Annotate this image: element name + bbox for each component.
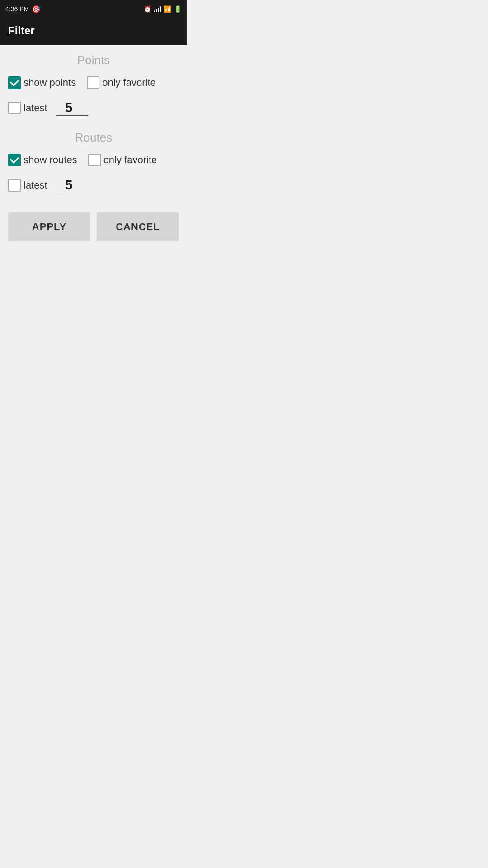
points-latest-label: latest xyxy=(23,102,47,114)
routes-section: Routes show routes only favorite latest xyxy=(0,123,187,200)
wifi-icon: 📶 xyxy=(164,5,171,13)
routes-latest-checkbox[interactable] xyxy=(8,179,21,192)
routes-section-heading: Routes xyxy=(0,123,187,149)
routes-latest-input[interactable] xyxy=(56,177,88,193)
points-latest-item[interactable]: latest xyxy=(8,102,47,114)
main-content: Points show points only favorite latest … xyxy=(0,45,187,250)
show-points-item[interactable]: show points xyxy=(8,76,76,89)
points-latest-input[interactable] xyxy=(56,100,88,116)
routes-checkbox-row: show routes only favorite xyxy=(0,149,187,171)
status-left: 4:36 PM 🎯 xyxy=(5,5,41,14)
only-favorite-routes-item[interactable]: only favorite xyxy=(88,154,157,166)
signal-icon xyxy=(154,6,161,12)
show-points-checkbox[interactable] xyxy=(8,76,21,89)
toolbar: Filter xyxy=(0,18,187,45)
page-title: Filter xyxy=(8,24,35,37)
status-bar: 4:36 PM 🎯 ⏰ 📶 🔋 xyxy=(0,0,187,18)
routes-latest-label: latest xyxy=(23,179,47,191)
points-section-heading: Points xyxy=(0,45,187,72)
action-buttons: APPLY CANCEL xyxy=(0,204,187,250)
show-routes-item[interactable]: show routes xyxy=(8,154,77,166)
show-points-label: show points xyxy=(23,77,76,89)
battery-icon: 🔋 xyxy=(174,5,182,13)
apply-button[interactable]: APPLY xyxy=(8,212,90,241)
app-icon: 🎯 xyxy=(32,5,41,14)
points-checkbox-row: show points only favorite xyxy=(0,72,187,94)
points-latest-checkbox[interactable] xyxy=(8,102,21,114)
only-favorite-routes-label: only favorite xyxy=(103,154,157,166)
points-latest-row: latest xyxy=(0,94,187,123)
alarm-icon: ⏰ xyxy=(144,5,151,13)
only-favorite-routes-checkbox[interactable] xyxy=(88,154,101,166)
show-routes-label: show routes xyxy=(23,154,77,166)
points-section: Points show points only favorite latest xyxy=(0,45,187,123)
status-right: ⏰ 📶 🔋 xyxy=(144,5,182,13)
show-routes-checkbox[interactable] xyxy=(8,154,21,166)
only-favorite-points-label: only favorite xyxy=(102,77,156,89)
routes-latest-row: latest xyxy=(0,171,187,200)
only-favorite-points-item[interactable]: only favorite xyxy=(87,76,156,89)
cancel-button[interactable]: CANCEL xyxy=(97,212,179,241)
time-display: 4:36 PM xyxy=(5,5,29,13)
only-favorite-points-checkbox[interactable] xyxy=(87,76,99,89)
routes-latest-item[interactable]: latest xyxy=(8,179,47,192)
